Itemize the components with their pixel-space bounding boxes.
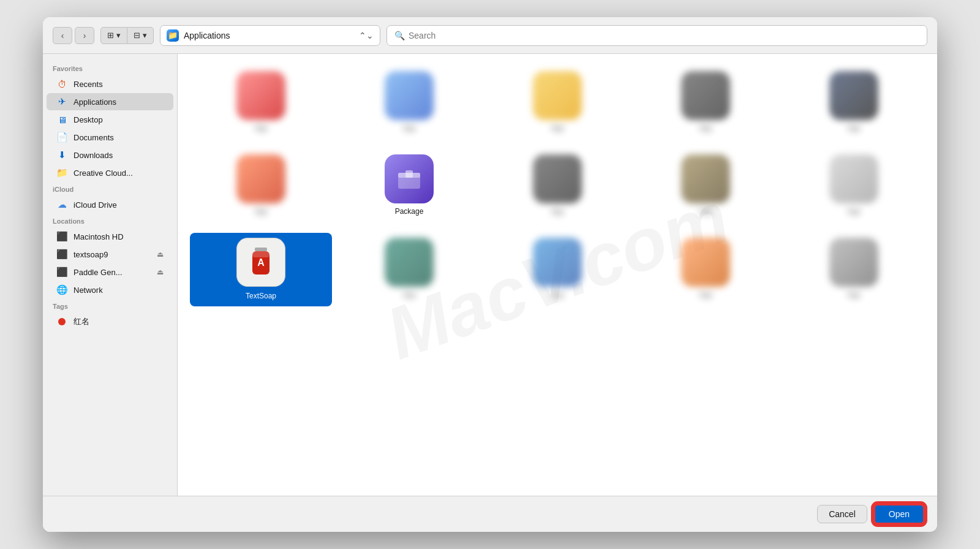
toolbar: ‹ › ⊞ ▾ ⊟ ▾ 📁 Applications ⌃⌄ 🔍 xyxy=(43,17,937,54)
icloud-drive-icon: ☁ xyxy=(56,199,67,210)
sidebar: Favorites ⏱ Recents ✈ Applications 🖥 Des… xyxy=(43,54,178,496)
textsoap-name-label: TextSoap xyxy=(241,290,281,301)
app-icon xyxy=(385,238,434,287)
file-label: App xyxy=(699,290,712,299)
view-grid2-button[interactable]: ⊟ ▾ xyxy=(127,27,154,44)
list-item[interactable]: App xyxy=(486,150,628,221)
textsoap9-icon: ⬛ xyxy=(56,249,67,260)
app-icon xyxy=(533,71,582,120)
file-grid-row1: App App App App xyxy=(190,66,925,319)
tag-red-label: 红名 xyxy=(74,316,89,327)
tags-section-label: Tags xyxy=(43,299,177,312)
app-icon xyxy=(681,238,730,287)
app-icon xyxy=(236,154,285,203)
list-item[interactable]: App xyxy=(338,66,480,137)
network-label: Network xyxy=(74,286,103,295)
list-item[interactable]: App xyxy=(635,66,777,137)
file-label: App xyxy=(551,290,564,299)
sidebar-item-applications[interactable]: ✈ Applications xyxy=(47,93,173,110)
search-icon: 🔍 xyxy=(394,31,405,40)
recents-label: Recents xyxy=(74,80,103,89)
list-item[interactable]: App xyxy=(190,66,332,137)
sidebar-item-macintosh-hd[interactable]: ⬛ Macintosh HD xyxy=(47,228,173,245)
sidebar-item-network[interactable]: 🌐 Network xyxy=(47,281,173,298)
creative-cloud-label: Creative Cloud... xyxy=(74,168,133,178)
nav-back-button[interactable]: ‹ xyxy=(53,27,72,44)
search-box[interactable]: 🔍 xyxy=(386,25,927,46)
icloud-drive-label: iCloud Drive xyxy=(74,200,117,210)
app-icon xyxy=(829,71,878,120)
textsoap9-eject-icon[interactable]: ⏏ xyxy=(157,250,164,259)
sidebar-item-recents[interactable]: ⏱ Recents xyxy=(47,75,173,93)
textsoap9-label: textsoap9 xyxy=(74,250,108,259)
file-label: App xyxy=(699,207,712,216)
list-item-textsoap[interactable]: A TextSoap xyxy=(190,233,332,306)
macintosh-hd-icon: ⬛ xyxy=(56,231,67,242)
nav-forward-button[interactable]: › xyxy=(75,27,94,44)
paddle-gen-icon: ⬛ xyxy=(56,267,67,278)
svg-point-0 xyxy=(58,318,66,325)
file-label: App xyxy=(699,124,712,132)
app-icon xyxy=(829,154,878,203)
search-input[interactable] xyxy=(409,31,919,40)
list-item[interactable]: App xyxy=(190,150,332,221)
location-folder-icon: 📁 xyxy=(167,29,179,42)
list-item[interactable]: App xyxy=(783,66,925,137)
desktop-label: Desktop xyxy=(74,115,103,124)
app-icon xyxy=(681,71,730,120)
list-item[interactable]: App xyxy=(486,233,628,306)
icloud-section-label: iCloud xyxy=(43,182,177,195)
package-label: Package xyxy=(395,207,424,216)
textsoap-icon: A xyxy=(236,238,285,287)
creative-cloud-icon: 📁 xyxy=(56,167,67,178)
documents-icon: 📄 xyxy=(56,132,67,143)
sidebar-item-creative-cloud[interactable]: 📁 Creative Cloud... xyxy=(47,164,173,181)
app-icon xyxy=(533,238,582,287)
app-icon xyxy=(829,238,878,287)
sidebar-item-downloads[interactable]: ⬇ Downloads xyxy=(47,146,173,164)
sidebar-item-tag-red[interactable]: 红名 xyxy=(47,313,173,330)
grid2-chevron: ▾ xyxy=(143,31,147,40)
grid-icon: ⊞ xyxy=(107,31,114,40)
file-area: MacV.com App App App xyxy=(178,54,937,496)
sidebar-item-documents[interactable]: 📄 Documents xyxy=(47,129,173,146)
app-icon xyxy=(533,154,582,203)
recents-icon: ⏱ xyxy=(56,78,67,89)
sidebar-item-icloud-drive[interactable]: ☁ iCloud Drive xyxy=(47,196,173,213)
applications-icon: ✈ xyxy=(56,96,67,107)
list-item[interactable]: App xyxy=(635,233,777,306)
bottom-bar: Cancel Open xyxy=(43,496,937,532)
paddle-gen-eject-icon[interactable]: ⏏ xyxy=(157,268,164,276)
list-item-package[interactable]: Package xyxy=(338,150,480,221)
file-label: App xyxy=(402,124,415,132)
open-button[interactable]: Open xyxy=(873,504,925,524)
svg-text:A: A xyxy=(257,257,265,268)
view-grid-button[interactable]: ⊞ ▾ xyxy=(100,27,127,44)
file-open-dialog: ‹ › ⊞ ▾ ⊟ ▾ 📁 Applications ⌃⌄ 🔍 xyxy=(43,17,937,532)
list-item[interactable]: App xyxy=(783,150,925,221)
favorites-section-label: Favorites xyxy=(43,61,177,75)
file-label: App xyxy=(402,290,415,299)
file-label: App xyxy=(254,207,267,216)
file-label: App xyxy=(551,124,564,132)
list-item[interactable]: App xyxy=(635,150,777,221)
sidebar-item-paddle-gen[interactable]: ⬛ Paddle Gen... ⏏ xyxy=(47,263,173,281)
content-area: Favorites ⏱ Recents ✈ Applications 🖥 Des… xyxy=(43,54,937,496)
sidebar-item-textsoap9[interactable]: ⬛ textsoap9 ⏏ xyxy=(47,246,173,263)
macintosh-hd-label: Macintosh HD xyxy=(74,232,124,241)
sidebar-item-desktop[interactable]: 🖥 Desktop xyxy=(47,111,173,128)
desktop-icon: 🖥 xyxy=(56,114,67,125)
grid-chevron: ▾ xyxy=(116,31,121,40)
list-item[interactable]: App xyxy=(783,233,925,306)
app-icon xyxy=(681,154,730,203)
location-selector[interactable]: 📁 Applications ⌃⌄ xyxy=(160,25,380,46)
downloads-icon: ⬇ xyxy=(56,150,67,161)
file-label: App xyxy=(551,207,564,216)
svg-rect-3 xyxy=(405,170,413,178)
svg-rect-4 xyxy=(255,248,267,251)
paddle-gen-label: Paddle Gen... xyxy=(74,268,123,277)
list-item[interactable]: App xyxy=(486,66,628,137)
grid2-icon: ⊟ xyxy=(134,31,140,40)
cancel-button[interactable]: Cancel xyxy=(817,505,867,523)
list-item[interactable]: App xyxy=(338,233,480,306)
